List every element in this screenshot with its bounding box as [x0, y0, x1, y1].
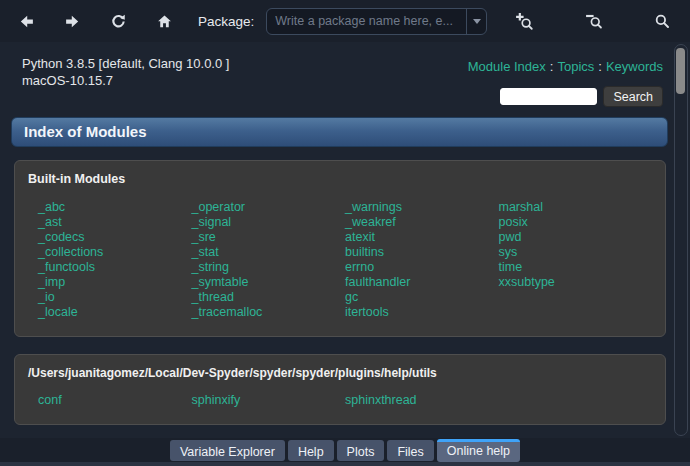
package-input[interactable] [267, 9, 466, 34]
module-column: _abc_ast_codecs_collections_functools_im… [38, 200, 192, 320]
pane-tabbar: Variable ExplorerHelpPlotsFilesOnline he… [0, 438, 690, 462]
module-link[interactable]: itertools [345, 305, 389, 320]
module-column: _operator_signal_sre_stat_string_symtabl… [192, 200, 346, 320]
scrollbar-track[interactable] [674, 44, 688, 436]
module-column: sphinxthread [345, 393, 499, 408]
module-grid: _abc_ast_codecs_collections_functools_im… [28, 200, 652, 320]
module-grid: conf sphinxify sphinxthread [28, 393, 652, 408]
forward-button[interactable] [59, 8, 85, 34]
pane-tab[interactable]: Help [288, 440, 334, 461]
pane-tab[interactable]: Files [387, 440, 433, 461]
module-link[interactable]: _tracemalloc [192, 305, 263, 320]
scrollbar-thumb[interactable] [676, 48, 685, 94]
module-link[interactable]: _abc [38, 200, 65, 215]
module-index-link[interactable]: Module Index [468, 59, 546, 74]
pane-tab[interactable]: Plots [337, 440, 385, 461]
module-link[interactable]: atexit [345, 230, 375, 245]
refresh-icon [110, 13, 127, 30]
home-icon [156, 13, 173, 30]
pydoc-nav: Module Index:Topics:Keywords [468, 59, 663, 74]
section-heading: Built-in Modules [28, 172, 652, 186]
keywords-link[interactable]: Keywords [606, 59, 663, 74]
python-version-text: Python 3.8.5 [default, Clang 10.0.0 ] [22, 55, 229, 72]
nav-separator: : [550, 59, 554, 74]
module-link[interactable]: time [499, 260, 523, 275]
module-column [499, 393, 653, 408]
package-combobox[interactable] [266, 8, 487, 35]
chevron-down-icon [473, 19, 481, 24]
refresh-button[interactable] [105, 8, 131, 34]
module-link[interactable]: posix [499, 215, 528, 230]
module-link[interactable]: _ast [38, 215, 62, 230]
module-link[interactable]: sphinxthread [345, 393, 417, 408]
toolbar: Package: [0, 0, 690, 42]
bottom-strip [0, 462, 690, 466]
combo-dropdown-button[interactable] [466, 9, 486, 34]
module-link[interactable]: _io [38, 290, 55, 305]
module-link[interactable]: gc [345, 290, 358, 305]
module-link[interactable]: _thread [192, 290, 234, 305]
back-arrow-icon [18, 13, 35, 30]
package-label: Package: [198, 14, 254, 29]
module-link[interactable]: _locale [38, 305, 78, 320]
pane-tab[interactable]: Online help [437, 439, 520, 462]
nav-separator: : [598, 59, 602, 74]
zoom-in-button[interactable] [511, 8, 537, 34]
module-link[interactable]: _weakref [345, 215, 396, 230]
module-column: sphinxify [192, 393, 346, 408]
builtin-modules-panel: Built-in Modules _abc_ast_codecs_collect… [14, 160, 666, 337]
module-link[interactable]: _codecs [38, 230, 85, 245]
forward-arrow-icon [64, 13, 81, 30]
topics-link[interactable]: Topics [557, 59, 594, 74]
utils-modules-panel: /Users/juanitagomez/Local/Dev-Spyder/spy… [14, 354, 666, 425]
module-link[interactable]: pwd [499, 230, 522, 245]
module-link[interactable]: builtins [345, 245, 384, 260]
module-link[interactable]: _imp [38, 275, 65, 290]
module-link[interactable]: sphinxify [192, 393, 241, 408]
zoom-out-icon [584, 11, 604, 31]
pydoc-search: Search [500, 86, 663, 107]
pane-tab[interactable]: Variable Explorer [170, 440, 285, 461]
module-link[interactable]: _warnings [345, 200, 402, 215]
zoom-out-button[interactable] [581, 8, 607, 34]
module-link[interactable]: _string [192, 260, 230, 275]
zoom-in-icon [514, 11, 534, 31]
module-column: _warnings_weakrefatexitbuiltinserrnofaul… [345, 200, 499, 320]
module-link[interactable]: xxsubtype [499, 275, 555, 290]
module-link[interactable]: _signal [192, 215, 232, 230]
search-input[interactable] [500, 88, 597, 105]
module-link[interactable]: errno [345, 260, 374, 275]
module-column: conf [38, 393, 192, 408]
pydoc-page: Python 3.8.5 [default, Clang 10.0.0 ] ma… [0, 42, 690, 438]
module-link[interactable]: _collections [38, 245, 103, 260]
back-button[interactable] [13, 8, 39, 34]
module-column: marshalposixpwdsystimexxsubtype [499, 200, 653, 320]
search-submit-button[interactable]: Search [603, 86, 663, 107]
module-link[interactable]: faulthandler [345, 275, 410, 290]
home-button[interactable] [151, 8, 177, 34]
section-heading-path: /Users/juanitagomez/Local/Dev-Spyder/spy… [28, 366, 652, 380]
module-link[interactable]: _symtable [192, 275, 249, 290]
environment-info: Python 3.8.5 [default, Clang 10.0.0 ] ma… [22, 55, 229, 89]
find-button[interactable] [649, 8, 675, 34]
module-link[interactable]: _functools [38, 260, 95, 275]
module-link[interactable]: _operator [192, 200, 246, 215]
page-title: Index of Modules [11, 117, 668, 147]
search-icon [653, 12, 671, 30]
module-link[interactable]: marshal [499, 200, 543, 215]
os-version-text: macOS-10.15.7 [22, 72, 229, 89]
module-link[interactable]: conf [38, 393, 62, 408]
module-link[interactable]: _sre [192, 230, 216, 245]
module-link[interactable]: _stat [192, 245, 219, 260]
module-link[interactable]: sys [499, 245, 518, 260]
